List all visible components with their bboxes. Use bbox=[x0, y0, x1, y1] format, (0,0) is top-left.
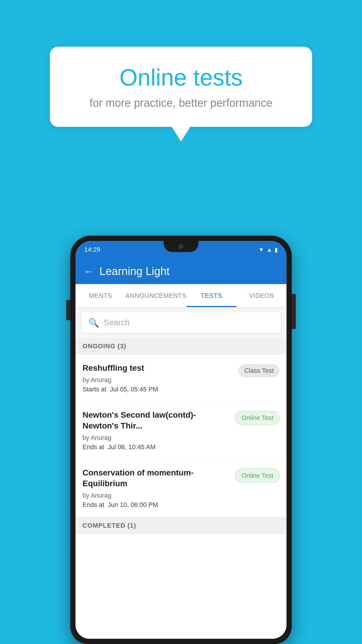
tab-announcements[interactable]: ANNOUNCEMENTS bbox=[126, 284, 187, 307]
test-name-3: Conservation of momentum-Equilibrium bbox=[82, 468, 231, 489]
test-info-1: Reshuffling test by Anurag Starts at Jul… bbox=[82, 363, 234, 393]
camera-dot bbox=[179, 244, 183, 249]
speech-bubble-subtitle: for more practice, better performance bbox=[70, 97, 292, 109]
test-by-2: by Anurag bbox=[82, 434, 231, 442]
tabs-bar: MENTS ANNOUNCEMENTS TESTS VIDEOS bbox=[75, 284, 287, 307]
test-info-3: Conservation of momentum-Equilibrium by … bbox=[82, 468, 231, 509]
speech-bubble: Online tests for more practice, better p… bbox=[50, 47, 312, 127]
test-name-2: Newton's Second law(contd)-Newton's Thir… bbox=[82, 410, 231, 431]
test-info-2: Newton's Second law(contd)-Newton's Thir… bbox=[82, 410, 231, 451]
phone-wrapper: 14:29 ▼ ▲ ▮ ← Learning Light MENTS bbox=[70, 236, 292, 644]
test-name-1: Reshuffling test bbox=[82, 363, 234, 373]
search-container: 🔍 Search bbox=[75, 307, 287, 338]
test-item-1[interactable]: Reshuffling test by Anurag Starts at Jul… bbox=[75, 355, 287, 402]
status-time: 14:29 bbox=[84, 246, 100, 253]
speech-bubble-title: Online tests bbox=[70, 64, 292, 91]
test-date-1: Starts at Jul 05, 05:45 PM bbox=[82, 386, 234, 393]
test-by-3: by Anurag bbox=[82, 492, 231, 499]
status-bar: 14:29 ▼ ▲ ▮ bbox=[75, 241, 287, 258]
test-item-3[interactable]: Conservation of momentum-Equilibrium by … bbox=[75, 459, 287, 517]
status-icons: ▼ ▲ ▮ bbox=[258, 246, 278, 253]
search-placeholder: Search bbox=[104, 318, 130, 327]
search-bar[interactable]: 🔍 Search bbox=[81, 312, 281, 333]
search-icon: 🔍 bbox=[88, 318, 99, 328]
test-item-2[interactable]: Newton's Second law(contd)-Newton's Thir… bbox=[75, 402, 287, 459]
tab-ments[interactable]: MENTS bbox=[75, 284, 126, 307]
battery-icon: ▮ bbox=[275, 246, 278, 253]
notch bbox=[164, 241, 198, 252]
phone-frame: 14:29 ▼ ▲ ▮ ← Learning Light MENTS bbox=[70, 236, 292, 644]
phone-screen: 14:29 ▼ ▲ ▮ ← Learning Light MENTS bbox=[75, 241, 287, 639]
tab-tests[interactable]: TESTS bbox=[187, 284, 237, 307]
test-by-1: by Anurag bbox=[82, 376, 234, 384]
back-button[interactable]: ← bbox=[84, 266, 94, 277]
test-badge-1: Class Test bbox=[238, 364, 280, 377]
tab-videos[interactable]: VIDEOS bbox=[236, 284, 287, 307]
test-badge-2: Online Test bbox=[235, 411, 280, 425]
speech-bubble-container: Online tests for more practice, better p… bbox=[50, 47, 312, 127]
test-badge-3: Online Test bbox=[235, 469, 280, 483]
test-date-2: Ends at Jul 06, 10:45 AM bbox=[82, 443, 231, 451]
app-bar-title: Learning Light bbox=[99, 265, 170, 278]
ongoing-section-header: ONGOING (3) bbox=[75, 338, 287, 355]
content-area: Reshuffling test by Anurag Starts at Jul… bbox=[75, 355, 287, 639]
completed-section-header: COMPLETED (1) bbox=[75, 517, 287, 534]
wifi-icon: ▼ bbox=[258, 246, 264, 253]
signal-icon: ▲ bbox=[266, 246, 272, 253]
app-bar: ← Learning Light bbox=[75, 258, 287, 284]
test-date-3: Ends at Jun 10, 06:00 PM bbox=[82, 501, 231, 509]
